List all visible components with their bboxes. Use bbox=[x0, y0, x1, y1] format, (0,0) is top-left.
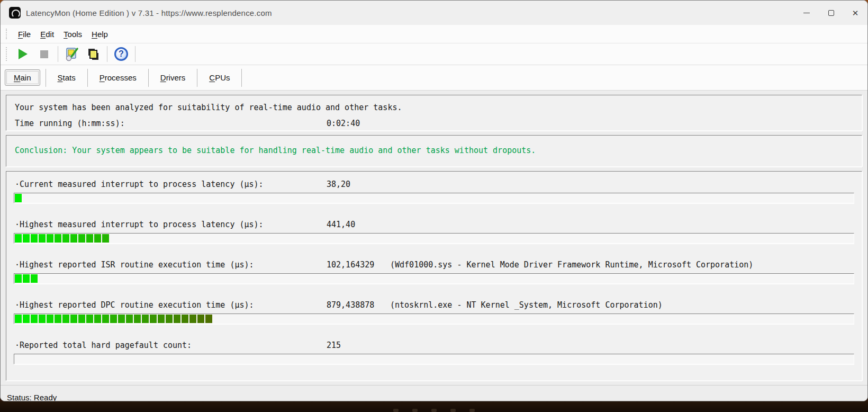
tab-strip: Main Stats Processes Drivers CPUs bbox=[1, 65, 867, 91]
tab-separator bbox=[46, 69, 46, 87]
bar-segment bbox=[15, 234, 22, 243]
close-icon: ✕ bbox=[852, 9, 859, 17]
latencymon-window: LatencyMon (Home Edition ) v 7.31 - http… bbox=[0, 0, 868, 401]
bar-segment bbox=[142, 315, 149, 323]
measurement-value: 215 bbox=[327, 341, 390, 350]
measurement-label: ·Reported total hard pagefault count: bbox=[15, 341, 327, 350]
measurement-row: ·Highest reported DPC routine execution … bbox=[14, 299, 854, 324]
tab-cpus[interactable]: CPUs bbox=[201, 70, 238, 85]
bar-segment bbox=[150, 315, 157, 323]
measurements-panel: ·Current measured interrupt to process l… bbox=[6, 171, 862, 381]
tab-stats[interactable]: Stats bbox=[49, 70, 84, 85]
bar-segment bbox=[126, 315, 133, 323]
stop-monitor-button[interactable] bbox=[33, 45, 55, 63]
toolbar-grip bbox=[6, 47, 7, 61]
measurement-label: ·Highest reported DPC routine execution … bbox=[15, 300, 327, 310]
bar-segment bbox=[62, 234, 69, 243]
measurement-row: ·Highest measured interrupt to process l… bbox=[14, 218, 854, 244]
tab-main[interactable]: Main bbox=[5, 69, 40, 86]
minimize-icon bbox=[803, 13, 810, 13]
bar-segment bbox=[55, 234, 61, 243]
toolbar-separator bbox=[135, 46, 135, 62]
bar-segment bbox=[39, 315, 46, 323]
taskbar-sliver bbox=[0, 401, 868, 412]
measurement-bar bbox=[14, 273, 854, 284]
analysis-text: Your system has been analyzed for suitab… bbox=[15, 100, 862, 115]
bar-segment bbox=[23, 274, 30, 283]
tab-separator bbox=[241, 69, 242, 87]
bar-segment bbox=[23, 234, 30, 243]
measurements-container: ·Current measured interrupt to process l… bbox=[6, 178, 862, 364]
bar-segment bbox=[94, 315, 101, 323]
bar-segment bbox=[158, 315, 165, 323]
tab-drivers[interactable]: Drivers bbox=[152, 70, 194, 85]
options-button[interactable] bbox=[61, 45, 83, 63]
taskbar-icon bbox=[431, 409, 437, 412]
help-button[interactable]: ? bbox=[111, 45, 132, 63]
toolbar-separator bbox=[107, 46, 107, 62]
bar-segment bbox=[205, 315, 212, 323]
start-monitor-button[interactable] bbox=[12, 45, 33, 63]
bar-segment bbox=[31, 315, 38, 323]
bar-segment bbox=[86, 234, 93, 243]
menu-edit[interactable]: Edit bbox=[35, 28, 59, 41]
status-bar: Status: Ready bbox=[1, 385, 867, 401]
options-icon bbox=[65, 47, 79, 61]
conclusion-panel: Conclusion: Your system appears to be su… bbox=[6, 135, 862, 167]
analysis-panel: Your system has been analyzed for suitab… bbox=[6, 95, 862, 131]
bar-segment bbox=[39, 234, 46, 243]
bar-segment bbox=[70, 234, 77, 243]
main-content: Your system has been analyzed for suitab… bbox=[1, 91, 867, 385]
measurement-value: 441,40 bbox=[327, 220, 390, 229]
bar-segment bbox=[189, 315, 196, 323]
measurement-label: ·Current measured interrupt to process l… bbox=[15, 180, 327, 189]
measurement-bar bbox=[14, 354, 854, 364]
maximize-icon bbox=[828, 10, 834, 16]
menu-help[interactable]: Help bbox=[87, 28, 113, 41]
tab-processes[interactable]: Processes bbox=[91, 70, 145, 85]
copy-report-button[interactable] bbox=[83, 45, 104, 63]
bar-segment bbox=[15, 194, 22, 202]
bar-segment bbox=[31, 274, 38, 283]
play-icon bbox=[19, 49, 28, 59]
bar-segment bbox=[134, 315, 141, 323]
title-bar: LatencyMon (Home Edition ) v 7.31 - http… bbox=[1, 1, 867, 25]
menu-bar: File Edit Tools Help bbox=[1, 25, 867, 43]
taskbar-icon bbox=[450, 409, 456, 412]
bar-segment bbox=[86, 315, 93, 323]
bar-segment bbox=[55, 315, 61, 323]
measurement-value: 879,438878 bbox=[327, 300, 390, 310]
measurement-bar bbox=[14, 193, 854, 203]
bar-segment bbox=[78, 315, 85, 323]
measurement-note: (Wdf01000.sys - Kernel Mode Driver Frame… bbox=[390, 260, 854, 270]
menu-file[interactable]: File bbox=[13, 28, 35, 41]
status-text: Status: Ready bbox=[7, 393, 57, 401]
copy-pages-icon bbox=[86, 47, 101, 61]
window-title: LatencyMon (Home Edition ) v 7.31 - http… bbox=[26, 8, 272, 17]
menubar-grip bbox=[6, 29, 7, 39]
measurement-value: 38,20 bbox=[327, 180, 390, 189]
measurement-bar bbox=[14, 233, 854, 244]
bar-segment bbox=[23, 315, 30, 323]
measurement-note: (ntoskrnl.exe - NT Kernel _System, Micro… bbox=[390, 300, 854, 310]
tab-separator bbox=[197, 69, 197, 87]
bar-segment bbox=[47, 315, 53, 323]
time-running-label: Time running (h:mm:ss): bbox=[15, 115, 327, 131]
maximize-button[interactable] bbox=[819, 1, 843, 25]
app-icon bbox=[9, 7, 21, 19]
taskbar-icon bbox=[412, 409, 418, 412]
bar-segment bbox=[94, 234, 101, 243]
measurement-row: ·Current measured interrupt to process l… bbox=[14, 178, 854, 203]
minimize-button[interactable] bbox=[794, 1, 819, 25]
close-button[interactable]: ✕ bbox=[843, 1, 867, 25]
bar-segment bbox=[31, 234, 38, 243]
bar-segment bbox=[102, 234, 109, 243]
tab-separator bbox=[87, 69, 88, 87]
toolbar: ? bbox=[1, 43, 867, 65]
toolbar-separator bbox=[58, 46, 58, 62]
measurement-bar bbox=[14, 314, 854, 324]
menu-tools[interactable]: Tools bbox=[59, 28, 87, 41]
measurement-label: ·Highest reported ISR routine execution … bbox=[15, 260, 327, 270]
measurement-row: ·Highest reported ISR routine execution … bbox=[14, 258, 854, 284]
measurement-value: 102,164329 bbox=[327, 260, 390, 270]
